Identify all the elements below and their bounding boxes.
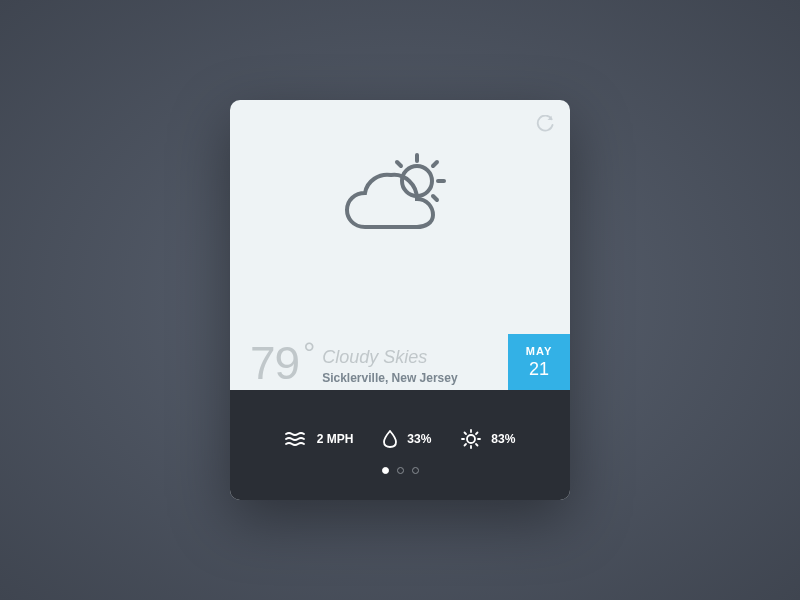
refresh-button[interactable] (535, 115, 555, 135)
sun-icon (461, 429, 481, 449)
bottom-section: 2 MPH 33% (230, 390, 570, 500)
location-text: Sicklerville, New Jersey (322, 371, 457, 385)
info-row: 79° Cloudy Skies Sicklerville, New Jerse… (230, 336, 570, 390)
svg-line-13 (476, 432, 478, 434)
partly-cloudy-icon (335, 145, 465, 255)
svg-line-4 (433, 196, 437, 200)
humidity-value: 33% (407, 432, 431, 446)
svg-line-5 (397, 162, 401, 166)
wind-stat: 2 MPH (285, 431, 354, 447)
top-section (230, 100, 570, 336)
wind-value: 2 MPH (317, 432, 354, 446)
svg-line-2 (433, 162, 437, 166)
svg-point-6 (467, 435, 475, 443)
svg-line-11 (465, 432, 467, 434)
condition-text: Cloudy Skies (322, 347, 457, 368)
pagination-dot-3[interactable] (412, 467, 419, 474)
weather-card: 79° Cloudy Skies Sicklerville, New Jerse… (230, 100, 570, 500)
humidity-stat: 33% (383, 430, 431, 448)
date-day: 21 (529, 359, 549, 380)
uv-stat: 83% (461, 429, 515, 449)
refresh-icon (535, 115, 555, 135)
pagination-dot-2[interactable] (397, 467, 404, 474)
stats-row: 2 MPH 33% (285, 429, 516, 449)
condition-block: Cloudy Skies Sicklerville, New Jersey (322, 341, 457, 385)
card-upper: 79° Cloudy Skies Sicklerville, New Jerse… (230, 100, 570, 390)
temperature-value: 79° (250, 336, 314, 390)
pagination-dots (382, 467, 419, 474)
weather-condition-icon (250, 120, 550, 280)
svg-line-12 (476, 444, 478, 446)
wind-icon (285, 431, 307, 447)
svg-line-14 (465, 444, 467, 446)
date-month: MAY (526, 345, 552, 357)
pagination-dot-1[interactable] (382, 467, 389, 474)
date-badge: MAY 21 (508, 334, 570, 390)
droplet-icon (383, 430, 397, 448)
uv-value: 83% (491, 432, 515, 446)
